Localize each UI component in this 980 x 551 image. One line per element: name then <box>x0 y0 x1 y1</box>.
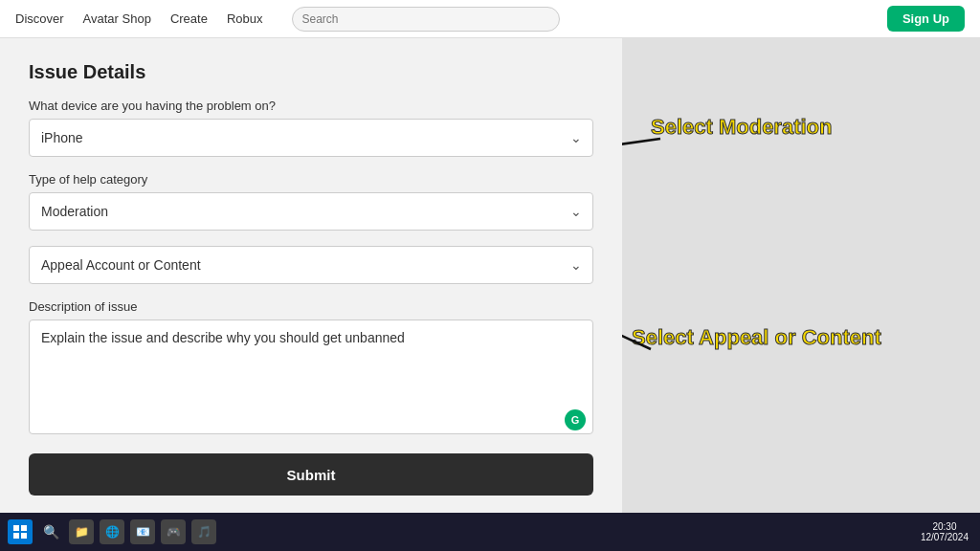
section-title: Issue Details <box>29 61 593 83</box>
device-select-wrapper: iPhone Android PC Mac Xbox ⌄ <box>29 119 593 157</box>
svg-line-1 <box>622 139 660 177</box>
appeal-select[interactable]: Appeal Account or Content Report Abuse O… <box>29 246 593 284</box>
svg-rect-5 <box>13 533 19 539</box>
taskbar: 🔍 📁 🌐 📧 🎮 🎵 20:30 12/07/2024 <box>0 513 980 551</box>
taskbar-icon-5[interactable]: 🎵 <box>191 519 216 544</box>
taskbar-icon-4[interactable]: 🎮 <box>161 519 186 544</box>
taskbar-icon-2[interactable]: 🌐 <box>100 519 124 544</box>
annotation-select-appeal: Select Appeal or Content <box>632 325 881 350</box>
navbar: Discover Avatar Shop Create Robux Sign U… <box>0 0 980 38</box>
description-label: Description of issue <box>29 299 593 314</box>
description-textarea[interactable]: Explain the issue and describe why you s… <box>29 320 593 434</box>
search-taskbar-icon[interactable]: 🔍 <box>38 519 63 544</box>
appeal-select-wrapper: Appeal Account or Content Report Abuse O… <box>29 246 593 284</box>
device-label: What device are you having the problem o… <box>29 99 593 113</box>
taskbar-clock: 20:30 12/07/2024 <box>921 521 969 542</box>
nav-create[interactable]: Create <box>170 11 208 26</box>
search-input[interactable] <box>292 7 560 32</box>
nav-avatar-shop[interactable]: Avatar Shop <box>83 11 151 26</box>
svg-rect-6 <box>21 533 27 539</box>
description-wrapper: Explain the issue and describe why you s… <box>29 320 593 438</box>
signup-button[interactable]: Sign Up <box>887 6 965 32</box>
help-category-select[interactable]: Moderation Billing Account Technical <box>29 192 593 231</box>
submit-button[interactable]: Submit <box>29 453 593 496</box>
nav-robux[interactable]: Robux <box>227 11 263 26</box>
help-category-select-wrapper: Moderation Billing Account Technical ⌄ <box>29 192 593 231</box>
taskbar-icon-3[interactable]: 📧 <box>130 519 155 544</box>
grammarly-icon: G <box>565 409 586 430</box>
annotation-area: Select Moderation Select Appeal or Conte… <box>622 38 980 551</box>
svg-rect-4 <box>21 525 27 531</box>
help-category-label: Type of help category <box>29 172 593 187</box>
nav-discover[interactable]: Discover <box>15 11 64 26</box>
start-button[interactable] <box>8 519 33 544</box>
form-panel: Issue Details What device are you having… <box>0 38 622 551</box>
device-select[interactable]: iPhone Android PC Mac Xbox <box>29 119 593 157</box>
taskbar-right: 20:30 12/07/2024 <box>921 521 972 542</box>
svg-rect-3 <box>13 525 19 531</box>
main-content: Issue Details What device are you having… <box>0 38 980 551</box>
taskbar-icon-1[interactable]: 📁 <box>69 519 94 544</box>
annotation-select-moderation: Select Moderation <box>651 115 832 140</box>
